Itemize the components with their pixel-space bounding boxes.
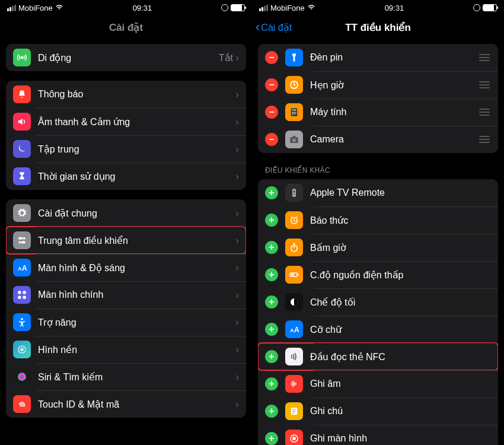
bell-icon	[13, 85, 31, 103]
flashlight-icon	[285, 49, 303, 66]
control-label: Đèn pin	[310, 52, 478, 63]
calculator-icon	[285, 103, 303, 121]
chevron-right-icon: ›	[235, 398, 239, 411]
darkmode-icon	[285, 293, 303, 311]
svg-rect-34	[291, 274, 294, 276]
nav-header: ‹ Cài đặt TT điều khiển	[252, 15, 504, 39]
svg-text:A: A	[18, 266, 22, 272]
battery-icon	[483, 4, 497, 11]
remote-icon	[285, 184, 303, 202]
svg-point-18	[292, 112, 293, 113]
add-button[interactable]: +	[265, 295, 278, 309]
battery-icon	[285, 266, 303, 284]
accessibility-icon	[13, 313, 31, 331]
settings-row[interactable]: Di độngTắt›	[6, 44, 246, 71]
drag-handle-icon[interactable]	[478, 53, 491, 62]
settings-row[interactable]: Thông báo›	[6, 81, 246, 108]
remove-button[interactable]: −	[265, 78, 278, 91]
settings-row[interactable]: Âm thanh & Cảm ứng›	[6, 108, 246, 135]
svg-point-20	[295, 112, 296, 113]
control-label: Hẹn giờ	[310, 80, 478, 91]
settings-row[interactable]: Cài đặt chung›	[6, 199, 246, 227]
control-label: Chế độ tối	[310, 297, 491, 308]
settings-row[interactable]: AAMàn hình & Độ sáng›	[6, 254, 246, 281]
row-label: Hình nền	[38, 344, 235, 355]
wifi-icon	[55, 4, 63, 12]
add-button[interactable]: +	[265, 241, 278, 254]
moon-icon	[13, 140, 31, 158]
settings-row[interactable]: Thời gian sử dụng›	[6, 163, 246, 190]
control-row: −Camera	[258, 126, 498, 153]
drag-handle-icon[interactable]	[478, 107, 491, 117]
group-cellular: Di độngTắt›	[6, 44, 246, 71]
siri-icon	[13, 368, 31, 386]
control-label: Camera	[310, 134, 478, 145]
chevron-right-icon: ›	[235, 170, 239, 183]
chevron-right-icon: ›	[235, 88, 239, 101]
settings-row[interactable]: Trợ năng›	[6, 309, 246, 336]
control-label: Đầu đọc thẻ NFC	[310, 351, 491, 363]
back-button[interactable]: ‹ Cài đặt	[256, 21, 292, 34]
back-label: Cài đặt	[261, 22, 292, 33]
control-label: Apple TV Remote	[310, 187, 491, 198]
svg-rect-17	[292, 109, 296, 111]
add-button[interactable]: +	[265, 268, 278, 281]
svg-text:A: A	[22, 264, 27, 272]
hourglass-icon	[13, 167, 31, 185]
settings-row[interactable]: Touch ID & Mật mã›	[6, 390, 246, 418]
remove-button[interactable]: −	[265, 133, 278, 146]
drag-handle-icon[interactable]	[478, 80, 491, 90]
svg-point-40	[292, 437, 296, 440]
row-label: Di động	[38, 52, 219, 63]
remove-button[interactable]: −	[265, 106, 278, 119]
row-label: Cài đặt chung	[38, 208, 235, 219]
add-button[interactable]: +	[265, 214, 278, 227]
chevron-right-icon: ›	[235, 289, 239, 301]
battery-icon	[231, 4, 245, 11]
add-button[interactable]: +	[265, 350, 278, 363]
svg-point-0	[21, 56, 24, 59]
row-label: Tập trung	[38, 144, 235, 155]
add-button[interactable]: +	[265, 186, 278, 199]
gear-icon	[13, 204, 31, 222]
add-button[interactable]: +	[265, 432, 278, 445]
svg-rect-29	[294, 194, 295, 195]
stopwatch-icon	[285, 239, 303, 256]
clock: 09:31	[133, 4, 152, 12]
control-row: +AACỡ chữ	[258, 316, 498, 343]
settings-row[interactable]: Hình nền›	[6, 336, 246, 363]
control-row: +Bấm giờ	[258, 234, 498, 261]
add-button[interactable]: +	[265, 323, 278, 336]
row-label: Âm thanh & Cảm ứng	[38, 116, 235, 128]
remove-button[interactable]: −	[265, 51, 278, 64]
control-center-screen: MobiFone 09:31 ‹ Cài đặt TT điều khiển −…	[252, 0, 504, 445]
timer-icon	[285, 76, 303, 94]
textsize-icon: AA	[285, 320, 303, 338]
waveform-icon	[285, 375, 303, 393]
row-label: Thời gian sử dụng	[38, 171, 235, 182]
add-button[interactable]: +	[265, 377, 278, 390]
drag-handle-icon[interactable]	[478, 135, 491, 144]
chevron-right-icon: ›	[235, 143, 239, 155]
row-label: Touch ID & Mật mã	[38, 399, 235, 410]
row-label: Màn hình chính	[38, 290, 235, 300]
alarm-indicator-icon	[221, 4, 228, 11]
speaker-icon	[13, 113, 31, 131]
antenna-icon	[13, 49, 31, 66]
settings-row[interactable]: Siri & Tìm kiếm›	[6, 363, 246, 390]
control-row: −Hẹn giờ	[258, 71, 498, 98]
wifi-icon	[307, 4, 315, 12]
grid-icon	[13, 286, 31, 304]
svg-point-22	[294, 113, 295, 115]
control-row: +Ghi chú	[258, 398, 498, 425]
svg-point-25	[292, 138, 296, 142]
alarm-indicator-icon	[473, 4, 480, 11]
settings-row[interactable]: Tập trung›	[6, 135, 246, 163]
control-row: +Chế độ tối	[258, 288, 498, 316]
settings-row[interactable]: Màn hình chính›	[6, 281, 246, 309]
add-button[interactable]: +	[265, 405, 278, 418]
settings-row[interactable]: Trung tâm điều khiển›	[6, 227, 246, 254]
svg-rect-10	[23, 296, 26, 299]
svg-point-11	[21, 318, 23, 320]
chevron-right-icon: ›	[235, 116, 239, 128]
